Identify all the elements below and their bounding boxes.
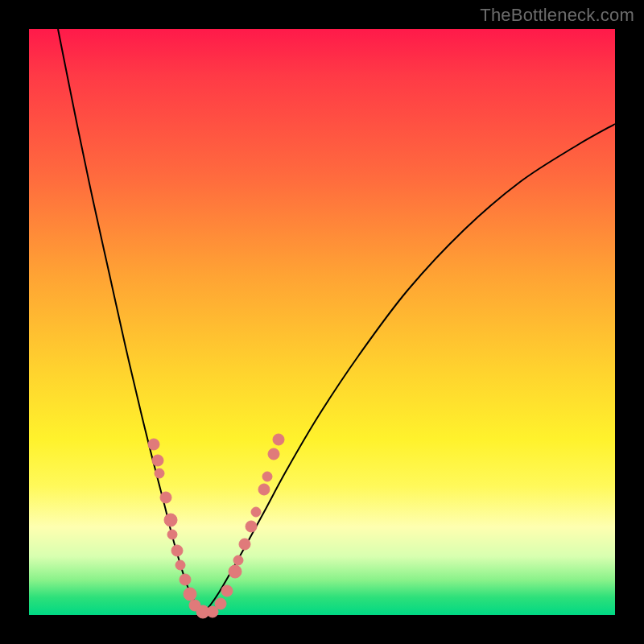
marker-dot [239,539,250,550]
marker-dot [215,598,226,609]
plot-area [29,29,615,615]
marker-dot [251,507,261,517]
marker-dot [164,514,177,526]
marker-dot [233,555,243,565]
marker-dot [246,521,257,532]
marker-dot [175,560,185,570]
marker-dot [184,588,196,601]
curve-left-arm [58,29,203,613]
marker-dot [262,472,272,481]
marker-dots [148,434,284,618]
frame: TheBottleneck.com [0,0,644,644]
marker-dot [258,484,270,495]
marker-dot [229,565,242,578]
marker-dot [268,448,279,460]
marker-dot [152,455,163,466]
marker-dot [221,585,233,597]
marker-dot [155,469,164,478]
marker-dot [171,545,183,556]
marker-dot [167,530,177,539]
curve-right-arm [203,124,615,613]
marker-dot [180,574,191,585]
marker-dot [160,492,171,503]
marker-dot [148,439,159,450]
curve-svg [29,29,615,615]
marker-dot [273,434,284,445]
watermark-text: TheBottleneck.com [480,5,634,26]
